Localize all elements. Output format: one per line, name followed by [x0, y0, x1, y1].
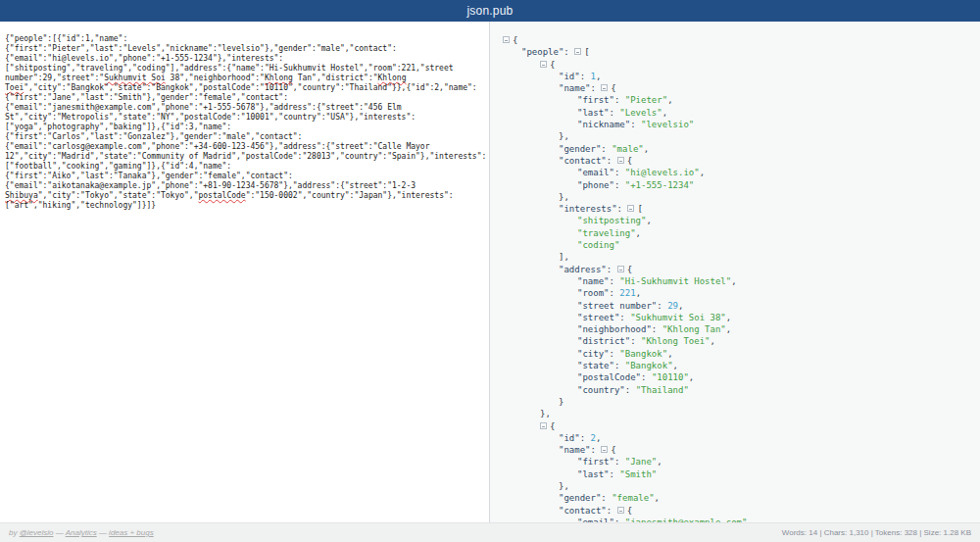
json-punctuation: :: [607, 265, 617, 274]
collapse-toggle-icon[interactable]: [540, 422, 547, 429]
json-value-string: "Jane": [625, 457, 658, 467]
json-value-string: "male": [612, 144, 644, 154]
json-punctuation: ,: [644, 144, 649, 154]
json-key: "contact": [559, 506, 607, 516]
json-punctuation: ],: [559, 252, 569, 262]
editor-line: ["football","cooking","gaming"]},{"id":4…: [5, 162, 484, 172]
tree-line: "state": "Bangkok",: [503, 360, 980, 371]
json-punctuation: :: [641, 372, 652, 382]
json-punctuation: :: [610, 349, 620, 359]
tree-line: "name": {: [503, 444, 980, 456]
editor-line: ["shitposting","traveling","coding"],"ad…: [5, 64, 484, 74]
json-value-string: "coding": [577, 240, 619, 250]
json-punctuation: :: [610, 276, 620, 286]
collapse-toggle-icon[interactable]: [617, 157, 624, 164]
json-key: "country": [577, 385, 625, 395]
json-value-string: "10110": [652, 372, 689, 382]
json-punctuation: ,: [673, 361, 678, 370]
json-value-string: "Pieter": [625, 95, 667, 105]
editor-line: {"people":[{"id":1,"name":: [5, 34, 484, 44]
editor-text: 38","neighborhood":": [166, 74, 265, 82]
json-value-string: "janesmith@example.com": [625, 517, 748, 522]
misspelled-word: Toei: [5, 83, 24, 92]
tree-line: "city": "Bangkok",: [503, 348, 980, 360]
collapse-toggle-icon[interactable]: [574, 48, 581, 55]
footer-bar: by @levelsio — Analytics — ideas + bugs …: [0, 522, 980, 542]
json-punctuation: ,: [655, 493, 660, 503]
editor-line: {"email":"aikotanaka@example.jp","phone"…: [5, 181, 484, 191]
analytics-link[interactable]: Analytics: [66, 528, 97, 537]
editor-line: {"first":"Aiko","last":"Tanaka"},"gender…: [5, 172, 484, 181]
json-punctuation: }: [559, 397, 564, 407]
json-key: "phone": [577, 180, 614, 190]
editor-text: {"first":"Carlos","last":"Gonzalez"},"ge…: [5, 132, 302, 141]
feedback-link[interactable]: ideas + bugs: [109, 528, 154, 537]
editor-line: Toei","city":"Bangkok","state":"Bangkok"…: [5, 83, 484, 93]
json-punctuation: ,: [662, 108, 667, 118]
editor-text: {"email":"carlosg@example.com","phone":"…: [5, 142, 429, 151]
json-value-string: "+1-555-1234": [625, 180, 694, 190]
json-punctuation: :: [607, 156, 617, 166]
json-key: "district": [577, 336, 630, 346]
editor-text: {"email":"hi@levels.io","phone":"+1-555-…: [5, 54, 283, 63]
tree-line: "nickname": "levelsio": [503, 119, 980, 130]
json-punctuation: ,: [596, 433, 601, 443]
json-punctuation: {: [627, 156, 632, 166]
collapse-toggle-icon[interactable]: [601, 446, 608, 453]
tree-line: "id": 1,: [503, 71, 980, 82]
json-input-editor[interactable]: {"people":[{"id":1,"name":{"first":"Piet…: [0, 22, 490, 522]
editor-line: ["art","hiking","technology"]}]}: [5, 201, 484, 211]
editor-line: number":29,"street":"Sukhumvit Soi 38","…: [5, 74, 484, 83]
editor-line: St","city":"Metropolis","state":"NY","po…: [5, 113, 484, 123]
tree-line: "contact": {: [503, 155, 980, 167]
json-key: "first": [577, 95, 614, 105]
editor-line: {"first":"Carlos","last":"Gonzalez"},"ge…: [5, 132, 484, 142]
json-tree-pane[interactable]: {"people": [{"id": 1,"name": {"first": "…: [490, 22, 980, 522]
json-punctuation: {: [627, 506, 632, 516]
editor-text: {"people":[{"id":1,"name":: [5, 34, 127, 43]
doc-stats: Words: 14 | Chars: 1,310 | Tokens: 328 |…: [782, 528, 971, 537]
collapse-toggle-icon[interactable]: [601, 84, 608, 91]
json-punctuation: ,: [710, 336, 714, 346]
collapse-toggle-icon[interactable]: [503, 36, 510, 43]
collapse-toggle-icon[interactable]: [540, 61, 547, 68]
json-punctuation: ,: [667, 349, 672, 359]
tree-line: "country": "Thailand": [503, 384, 980, 396]
json-value-string: "Levels": [619, 108, 662, 118]
tree-line: "first": "Jane",: [503, 456, 980, 468]
json-punctuation: :: [630, 120, 641, 129]
editor-line: {"first":"Pieter","last":"Levels","nickn…: [5, 44, 484, 54]
json-key: "room": [577, 288, 610, 298]
json-key: "postalCode": [577, 372, 641, 382]
json-punctuation: :: [591, 83, 602, 93]
collapse-toggle-icon[interactable]: [627, 205, 634, 212]
json-key: "email": [577, 168, 614, 177]
json-value-string: "Hi-Sukhumvit Hostel": [619, 276, 731, 286]
tree-line: "email": "hi@levels.io",: [503, 167, 980, 178]
json-value-string: "levelsio": [641, 120, 694, 129]
json-punctuation: :: [657, 301, 667, 311]
tree-line: "email": "janesmith@example.com",: [503, 517, 980, 522]
author-link[interactable]: @levelsio: [20, 528, 54, 537]
json-punctuation: ,: [726, 313, 731, 322]
json-key: "name": [577, 276, 610, 286]
tree-line: },: [503, 480, 980, 492]
json-punctuation: },: [540, 409, 551, 419]
json-punctuation: },: [559, 131, 569, 141]
json-value-number: 221: [619, 288, 635, 298]
json-punctuation: :: [619, 313, 630, 322]
json-key: "contact": [559, 156, 607, 166]
json-punctuation: :: [580, 433, 591, 443]
tree-line: "id": 2,: [503, 432, 980, 444]
footer-credit: by @levelsio — Analytics — ideas + bugs: [9, 528, 154, 537]
json-key: "gender": [559, 493, 601, 503]
json-punctuation: :: [614, 361, 625, 370]
json-key: "gender": [559, 144, 601, 154]
json-punctuation: {: [550, 60, 555, 70]
json-key: "state": [577, 361, 614, 370]
collapse-toggle-icon[interactable]: [617, 266, 624, 272]
collapse-toggle-icon[interactable]: [617, 507, 624, 514]
json-value-string: "Khlong Toei": [641, 336, 710, 346]
json-punctuation: :: [564, 47, 574, 57]
json-punctuation: },: [559, 192, 569, 202]
